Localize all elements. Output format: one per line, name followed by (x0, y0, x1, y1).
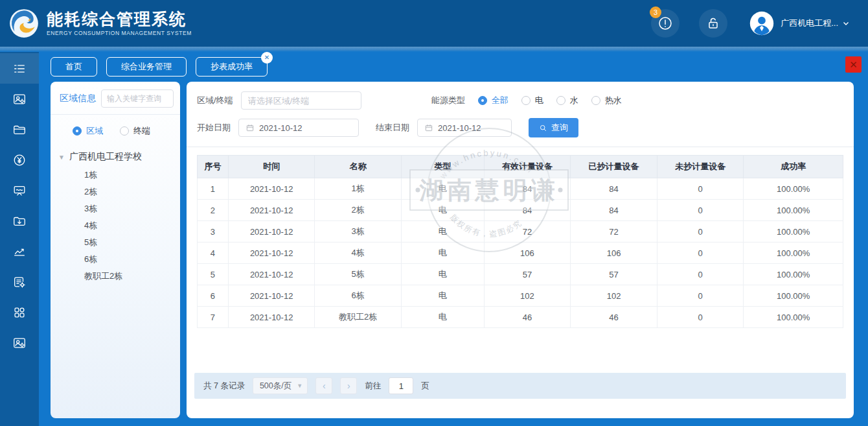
table-cell: 2021-10-12 (228, 307, 315, 328)
next-page-button[interactable]: › (340, 377, 357, 394)
tree-node-3[interactable]: 4栋 (58, 217, 175, 234)
tab-2[interactable]: 抄表成功率✕ (196, 57, 268, 77)
energy-radio-3[interactable]: 热水 (591, 95, 622, 106)
scope-radio-1[interactable]: 终端 (120, 125, 150, 137)
table-cell: 46 (571, 307, 657, 328)
table-row[interactable]: 22021-10-122栋电84840100.00% (198, 200, 843, 221)
table-cell: 5 (198, 264, 229, 285)
table-cell: 1栋 (315, 178, 402, 200)
table-cell: 电 (402, 307, 485, 328)
notification-button[interactable]: 3 (651, 9, 680, 38)
area-tree-panel: 区域信息 区域终端 ▼ 广西机电工程学校 1栋2栋3栋4栋5栋6栋教职工2栋 (51, 82, 180, 418)
table-row[interactable]: 32021-10-123栋电72720100.00% (198, 221, 843, 243)
sidebar-item-user-settings-2[interactable] (0, 327, 39, 358)
user-menu[interactable]: 广西机电工程... (749, 11, 850, 36)
goto-page-input[interactable] (389, 377, 413, 394)
tree-search-input[interactable] (101, 89, 174, 108)
table-row[interactable]: 62021-10-126栋电1021020100.00% (198, 285, 843, 307)
table-body: 12021-10-121栋电84840100.00%22021-10-122栋电… (198, 178, 843, 328)
table-cell: 57 (484, 264, 571, 285)
table-cell: 0 (657, 200, 744, 221)
table-empty-space (187, 328, 854, 373)
table-cell: 100.00% (744, 200, 843, 221)
tab-1[interactable]: 综合业务管理 (106, 57, 187, 77)
start-date-input[interactable]: 2021-10-12 (238, 119, 359, 137)
table-cell: 100.00% (744, 307, 843, 328)
sidebar-item-monitor[interactable] (0, 175, 39, 206)
avatar (749, 11, 774, 36)
end-date-label: 结束日期 (376, 122, 409, 134)
table-cell: 100.00% (744, 243, 843, 264)
lock-icon (705, 16, 721, 31)
radio-label: 水 (570, 95, 578, 106)
table-cell: 电 (402, 221, 485, 243)
end-date-input[interactable]: 2021-10-12 (417, 119, 512, 137)
page-size-select[interactable]: 500条/页 ▼ (253, 377, 308, 394)
tree-node-2[interactable]: 3栋 (58, 200, 175, 217)
folder-download-icon (12, 214, 27, 228)
column-header: 有效计量设备 (484, 156, 571, 178)
tab-bar: 首页综合业务管理抄表成功率✕✕ (51, 52, 854, 82)
table-row[interactable]: 42021-10-124栋电1061060100.00% (198, 243, 843, 264)
tree-node-6[interactable]: 教职工2栋 (58, 268, 175, 285)
area-select-input[interactable] (241, 91, 361, 110)
tab-0[interactable]: 首页 (51, 57, 97, 77)
scope-radio-0[interactable]: 区域 (73, 125, 103, 137)
window-close-button[interactable]: ✕ (845, 56, 862, 73)
column-header: 未抄计量设备 (657, 156, 744, 178)
column-header: 时间 (228, 156, 315, 178)
tree-caret-icon: ▼ (58, 154, 65, 161)
results-table: 序号时间名称类型有效计量设备已抄计量设备未抄计量设备成功率 12021-10-1… (197, 155, 843, 328)
sidebar-item-export[interactable] (0, 206, 39, 236)
tree-node-4[interactable]: 5栋 (58, 234, 175, 251)
sidebar-item-folder[interactable] (0, 114, 39, 145)
tab-label: 首页 (65, 62, 82, 71)
table-row[interactable]: 12021-10-121栋电84840100.00% (198, 178, 843, 200)
energy-radio-0[interactable]: 全部 (478, 95, 508, 106)
folder-icon (12, 123, 27, 137)
table-cell: 84 (484, 178, 571, 200)
energy-radio-1[interactable]: 电 (521, 95, 543, 106)
line-chart-icon (12, 244, 27, 259)
table-row[interactable]: 72021-10-12教职工2栋电46460100.00% (198, 307, 843, 328)
table-cell: 2021-10-12 (228, 200, 315, 221)
table-cell: 106 (571, 243, 657, 264)
filter-section: 区域/终端 能源类型 全部电水热水 开始日期 2021-10-12 (187, 82, 854, 147)
table-cell: 100.00% (744, 221, 843, 243)
tree-node-5[interactable]: 6栋 (58, 251, 175, 268)
table-cell: 5栋 (315, 264, 402, 285)
table-cell: 电 (402, 178, 485, 200)
radio-label: 区域 (86, 125, 103, 137)
sidebar-item-finance[interactable] (0, 145, 39, 175)
query-button[interactable]: 查询 (529, 118, 578, 137)
sidebar-item-trend[interactable] (0, 236, 39, 266)
tree-root-node[interactable]: ▼ 广西机电工程学校 (58, 151, 175, 163)
table-cell: 电 (402, 243, 485, 264)
sidebar-item-apps[interactable] (0, 297, 39, 327)
tree-node-1[interactable]: 2栋 (58, 183, 175, 200)
sidebar-item-menu-list[interactable] (0, 53, 39, 84)
end-date-value: 2021-10-12 (438, 123, 481, 133)
energy-radio-2[interactable]: 水 (556, 95, 578, 106)
user-settings-icon (12, 336, 27, 350)
table-row[interactable]: 52021-10-125栋电57570100.00% (198, 264, 843, 285)
exclamation-circle-icon (657, 16, 673, 31)
sidebar-item-user-settings[interactable] (0, 84, 39, 114)
tree-node-0[interactable]: 1栋 (58, 167, 175, 183)
table-cell: 3栋 (315, 221, 402, 243)
calendar-icon (424, 123, 433, 132)
table-cell: 2栋 (315, 200, 402, 221)
radio-dot-icon (556, 96, 565, 105)
tab-close-icon[interactable]: ✕ (261, 52, 273, 64)
username: 广西机电工程... (781, 18, 838, 29)
table-cell: 电 (402, 285, 485, 307)
table-cell: 7 (198, 307, 229, 328)
prev-page-button[interactable]: ‹ (315, 377, 332, 394)
tab-label: 综合业务管理 (121, 62, 172, 71)
lock-button[interactable] (699, 9, 727, 38)
app-logo-icon (8, 7, 40, 40)
table-cell: 4 (198, 243, 229, 264)
pagination-bar: 共 7 条记录 500条/页 ▼ ‹ › 前往 页 (194, 373, 846, 399)
sidebar-item-report-settings[interactable] (0, 266, 39, 297)
currency-yen-icon (12, 153, 27, 167)
